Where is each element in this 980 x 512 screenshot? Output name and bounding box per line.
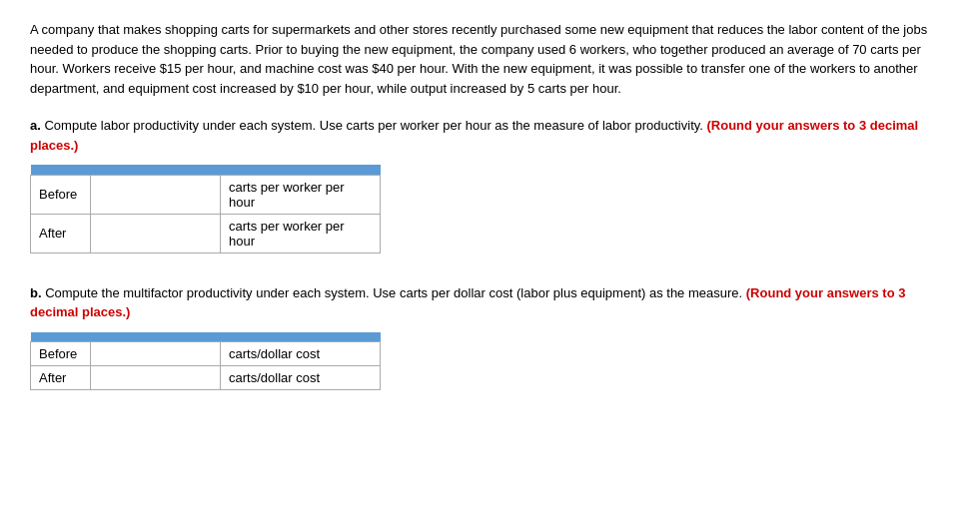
after-input-b[interactable] <box>91 366 220 389</box>
table-row: After carts per worker per hour <box>31 214 381 253</box>
part-b-table: Before carts/dollar cost After carts/dol… <box>30 332 381 391</box>
part-a-letter: a. <box>30 118 41 133</box>
before-label-b: Before <box>31 342 91 366</box>
table-row: Before carts per worker per hour <box>31 175 381 214</box>
table-row: Before carts/dollar cost <box>31 342 381 366</box>
part-b-letter: b. <box>30 285 42 300</box>
part-b-label: b. Compute the multifactor productivity … <box>30 283 950 322</box>
before-input-b[interactable] <box>91 342 220 365</box>
after-input-cell-b <box>91 366 221 390</box>
after-label-a: After <box>31 214 91 253</box>
part-a-table: Before carts per worker per hour After c… <box>30 165 381 254</box>
intro-paragraph: A company that makes shopping carts for … <box>30 20 950 98</box>
after-unit-b: carts/dollar cost <box>221 366 381 390</box>
after-label-b: After <box>31 366 91 390</box>
part-b-block: b. Compute the multifactor productivity … <box>30 283 950 391</box>
table-row: After carts/dollar cost <box>31 366 381 390</box>
before-unit-b: carts/dollar cost <box>221 342 381 366</box>
before-label-a: Before <box>31 175 91 214</box>
part-a-block: a. Compute labor productivity under each… <box>30 116 950 254</box>
after-input-cell-a <box>91 214 221 253</box>
before-input-cell-b <box>91 342 221 366</box>
before-input-cell-a <box>91 175 221 214</box>
before-unit-a: carts per worker per hour <box>221 175 381 214</box>
before-input-a[interactable] <box>91 183 220 206</box>
part-a-label: a. Compute labor productivity under each… <box>30 116 950 155</box>
after-unit-a: carts per worker per hour <box>221 214 381 253</box>
part-a-table-header <box>31 165 381 175</box>
part-a-text: Compute labor productivity under each sy… <box>41 118 707 133</box>
after-input-a[interactable] <box>91 222 220 245</box>
part-b-text: Compute the multifactor productivity und… <box>42 285 746 300</box>
part-b-table-header <box>31 332 381 342</box>
